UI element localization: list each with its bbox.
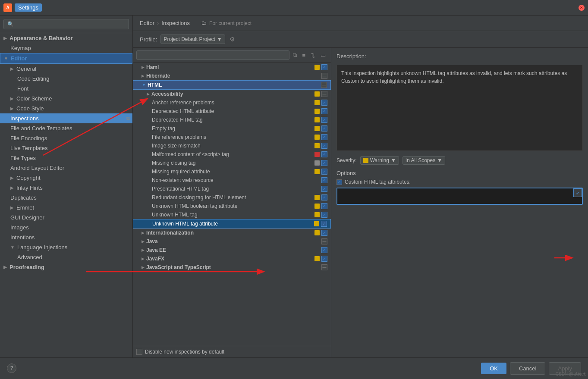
tree-item-unknown-bool[interactable]: Unknown HTML boolean tag attribute ✓ <box>133 202 331 210</box>
sidebar-item-language-injections[interactable]: ▼ Language Injections ⧉ <box>0 242 132 252</box>
enable-checkbox[interactable]: ✓ <box>321 221 327 227</box>
custom-attr-checkbox[interactable]: ✓ <box>336 179 342 185</box>
tree-item-html[interactable]: ▼ HTML — <box>133 80 331 90</box>
enable-checkbox[interactable]: ✓ <box>321 194 327 200</box>
group-label: Java <box>146 238 158 244</box>
sidebar-item-code-style[interactable]: ▶ Code Style ⧉ <box>0 103 132 113</box>
tree-item-unknown-tag-attr[interactable]: Unknown HTML tag attribute ✓ <box>133 219 331 229</box>
sidebar-item-label: GUI Designer <box>10 214 44 221</box>
enable-checkbox[interactable]: — <box>321 73 327 79</box>
enable-checkbox[interactable]: ✓ <box>321 160 327 166</box>
tree-item-empty-tag[interactable]: Empty tag ✓ <box>133 124 331 133</box>
cancel-button[interactable]: Cancel <box>510 362 545 375</box>
disable-checkbox[interactable] <box>136 349 142 355</box>
tree-item-accessibility[interactable]: ▶ Accessibility — <box>133 90 331 98</box>
tree-item-deprecated-attr[interactable]: Deprecated HTML attribute ✓ <box>133 107 331 116</box>
enable-checkbox[interactable]: ✓ <box>321 177 327 183</box>
sidebar-item-file-types[interactable]: File Types <box>0 153 132 163</box>
severity-dropdown[interactable]: Warning ▼ <box>360 156 399 165</box>
sidebar-item-gui-designer[interactable]: GUI Designer ⧉ <box>0 213 132 222</box>
sidebar-item-copyright[interactable]: ▶ Copyright ⧉ <box>0 173 132 183</box>
tree-item-nonexistent-web[interactable]: Non-existent web resource ✓ <box>133 176 331 185</box>
tree-item-javascript[interactable]: ▶ JavaScript and TypeScript — <box>133 263 331 272</box>
disable-new-inspections-row: Disable new inspections by default <box>133 346 331 357</box>
tree-item-missing-required[interactable]: Missing required attribute ✓ <box>133 167 331 176</box>
tree-item-haml[interactable]: ▶ Haml ✓ <box>133 63 331 72</box>
custom-attr-text[interactable] <box>339 190 404 196</box>
tree-item-presentational[interactable]: Presentational HTML tag ✓ <box>133 185 331 193</box>
sidebar-item-duplicates[interactable]: Duplicates <box>0 193 132 203</box>
sidebar-item-android-layout[interactable]: Android Layout Editor <box>0 163 132 173</box>
sidebar-item-live-templates[interactable]: Live Templates <box>0 143 132 153</box>
tree-item-image-size[interactable]: Image size mismatch ✓ <box>133 141 331 150</box>
enable-checkbox[interactable]: — <box>321 238 327 244</box>
severity-color-box <box>314 169 320 174</box>
expand-all-button[interactable]: ≡ <box>300 51 307 60</box>
sidebar-item-editor[interactable]: ▼ Editor <box>0 53 132 64</box>
tree-item-javafx[interactable]: ▶ JavaFX ✓ <box>133 254 331 263</box>
tree-item-unknown-html-tag[interactable]: Unknown HTML tag ✓ <box>133 210 331 219</box>
sidebar-item-file-code-templates[interactable]: File and Code Templates ⧉ <box>0 123 132 133</box>
collapse-all-button[interactable]: ⇅ <box>309 51 317 60</box>
enable-checkbox[interactable]: ✓ <box>321 64 327 70</box>
tree-item-java-ee[interactable]: ▶ Java EE ✓ <box>133 246 331 254</box>
sidebar-item-intentions[interactable]: Intentions <box>0 232 132 242</box>
enable-checkbox[interactable]: — <box>321 264 327 270</box>
inspection-search-input[interactable] <box>136 50 289 60</box>
filter-button[interactable]: ⧉ <box>291 51 299 60</box>
enable-checkbox[interactable]: ✓ <box>321 108 327 114</box>
sidebar-item-file-encodings[interactable]: File Encodings ⧉ <box>0 133 132 143</box>
layout-button[interactable]: ▭ <box>319 51 327 60</box>
tree-item-anchor-ref[interactable]: Anchor reference problems ✓ <box>133 98 331 107</box>
gear-button[interactable]: ⚙ <box>229 35 236 44</box>
enable-checkbox[interactable]: ✓ <box>321 100 327 106</box>
enable-checkbox[interactable]: — <box>321 91 327 97</box>
enable-checkbox[interactable]: ✓ <box>321 125 327 132</box>
sidebar-item-appearance[interactable]: ▶ Appearance & Behavior <box>0 33 132 43</box>
help-button[interactable]: ? <box>7 363 16 373</box>
close-button[interactable]: ✕ <box>579 5 585 11</box>
sidebar-item-inlay-hints[interactable]: ▶ Inlay Hints ⧉ <box>0 183 132 193</box>
enable-checkbox[interactable]: ✓ <box>321 134 327 140</box>
expand-text-button[interactable]: ⤢ <box>573 188 582 197</box>
scope-dropdown[interactable]: In All Scopes ▼ <box>402 156 445 165</box>
sidebar-item-inspections[interactable]: Inspections ⧉ <box>0 113 132 123</box>
tree-item-internationalization[interactable]: ▶ Internationalization ✓ <box>133 229 331 237</box>
tree-item-hibernate[interactable]: ▶ Hibernate — <box>133 72 331 80</box>
enable-checkbox[interactable]: ✓ <box>321 230 327 236</box>
sidebar-item-font[interactable]: Font <box>0 84 132 94</box>
sidebar-item-label: Color Scheme <box>16 95 52 102</box>
tree-item-redundant-closing[interactable]: Redundant closing tag for HTML element ✓ <box>133 193 331 202</box>
sidebar-item-color-scheme[interactable]: ▶ Color Scheme <box>0 94 132 103</box>
tree-item-file-ref[interactable]: File reference problems ✓ <box>133 133 331 141</box>
enable-checkbox[interactable]: ✓ <box>321 186 327 192</box>
expand-arrow: ▶ <box>10 66 14 71</box>
sidebar-item-label: Images <box>10 224 29 231</box>
enable-checkbox[interactable]: ✓ <box>321 203 327 209</box>
sidebar-item-general[interactable]: ▶ General <box>0 64 132 74</box>
enable-checkbox[interactable]: ✓ <box>321 117 327 123</box>
tree-item-java[interactable]: ▶ Java — <box>133 237 331 246</box>
sidebar-item-advanced[interactable]: Advanced ⧉ <box>0 252 132 262</box>
sidebar-item-images[interactable]: Images <box>0 222 132 232</box>
sidebar-item-code-editing[interactable]: Code Editing <box>0 74 132 84</box>
profile-dropdown[interactable]: Project Default Project ▼ <box>160 34 225 44</box>
enable-checkbox[interactable]: ✓ <box>321 169 327 175</box>
enable-checkbox[interactable]: ✓ <box>321 151 327 157</box>
enable-checkbox[interactable]: ✓ <box>321 212 327 218</box>
sidebar-item-proofreading[interactable]: ▶ Proofreading <box>0 262 132 272</box>
sidebar-item-keymap[interactable]: Keymap <box>0 43 132 53</box>
tri-icon: ▶ <box>141 265 145 269</box>
enable-checkbox[interactable]: ✓ <box>321 143 327 149</box>
enable-checkbox[interactable]: — <box>321 82 327 88</box>
ok-button[interactable]: OK <box>481 363 506 374</box>
tree-item-deprecated-tag[interactable]: Deprecated HTML tag ✓ <box>133 116 331 124</box>
sidebar-search-input[interactable] <box>3 19 129 29</box>
tree-item-malformed-script[interactable]: Malformed content of <script> tag ✓ <box>133 150 331 159</box>
tree-item-missing-closing[interactable]: Missing closing tag ✓ <box>133 159 331 167</box>
custom-attr-input[interactable] <box>336 188 583 205</box>
sidebar-item-emmet[interactable]: ▶ Emmet <box>0 203 132 213</box>
enable-checkbox[interactable]: ✓ <box>321 256 327 262</box>
severity-row: Severity: Warning ▼ In All Scopes ▼ <box>336 156 583 165</box>
enable-checkbox[interactable]: ✓ <box>321 247 327 253</box>
